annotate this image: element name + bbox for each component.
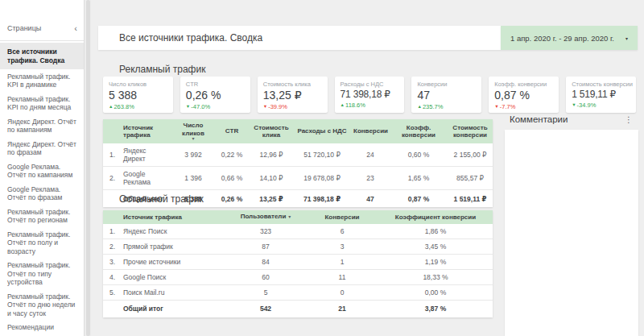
table-total-row: Общий итог 542 21 3,87 % [103, 300, 493, 317]
pages-sidebar: Страницы ‹ Все источники трафика. Сводка… [0, 0, 85, 336]
sidebar-item-ad-kpi-by-day[interactable]: Рекламный трафик. KPI по дням месяца [0, 92, 84, 114]
delta-value: 263.8% [114, 103, 134, 110]
col-header-conv-rate[interactable]: Коэфф. конверсии [390, 119, 448, 143]
scorecard-value: 0,26 % [186, 89, 245, 102]
cell-users: 84 [225, 254, 306, 269]
cell-spend: 19 678,08 ₽ [293, 167, 351, 190]
col-header-conversions[interactable]: Конверсии [351, 119, 390, 143]
other-traffic-table: Источник трафика Пользователи▾ Конверсии… [103, 210, 493, 317]
scorecard-label: Расходы с НДС [341, 81, 399, 88]
kebab-menu-icon[interactable]: ⋮ [622, 115, 635, 124]
cell-ctr: 0,66 % [214, 167, 250, 190]
scorecard-value: 13,25 ₽ [263, 89, 322, 102]
delta-value: -39.9% [268, 103, 287, 110]
sidebar-item-ad-device-type[interactable]: Рекламный трафик. Отчёт по типу устройст… [0, 259, 84, 290]
table-row: 4. Google Поиск 60 11 18,33 % [103, 269, 493, 284]
total-ctr: 0,26 % [214, 190, 250, 208]
total-cpa: 1 519,11 ₽ [448, 190, 493, 208]
scorecard-spend: Расходы с НДС 71 398,18 ₽ ▲118.6% [335, 77, 405, 113]
scorecard-label: Стоимость клика [263, 81, 322, 88]
trend-down-icon: ▼ [572, 102, 576, 107]
sidebar-item-ad-gender-age[interactable]: Рекламный трафик. Отчёт по полу и возрас… [0, 227, 84, 259]
col-header-label: Число кликов [182, 122, 204, 137]
col-header-clicks[interactable]: Число кликов▾ [172, 119, 214, 143]
cell-cpc: 14,10 ₽ [250, 167, 293, 190]
sort-desc-icon: ▾ [175, 137, 212, 141]
sidebar-item-ad-day-hour[interactable]: Рекламный трафик. Отчёт по дню недели и … [0, 289, 84, 321]
row-number: 1. [103, 224, 121, 239]
col-header-cpc[interactable]: Стоимость клика [250, 119, 293, 143]
cell-cpa: 2 155,00 ₽ [448, 143, 493, 167]
total-conv-rate: 3,87 % [378, 300, 493, 317]
delta-badge: ▲263.8% [109, 103, 167, 110]
col-header-conversions[interactable]: Конверсии [306, 210, 378, 224]
page-title: Все источники трафика. Сводка [119, 32, 262, 44]
col-header-ctr[interactable]: CTR [214, 119, 250, 143]
sidebar-item-google-campaigns[interactable]: Google Реклама. Отчёт по кампаниям [0, 160, 84, 182]
row-number: 3. [103, 254, 121, 269]
delta-badge: ▲118.6% [341, 102, 399, 109]
scorecard-label: Стоимость конверсии [572, 81, 630, 88]
total-conv-rate: 0,87 % [390, 190, 448, 208]
sidebar-item-recommendations[interactable]: Рекомендации [0, 321, 84, 335]
cell-users: 323 [225, 224, 306, 239]
sidebar-item-ad-kpi-dynamics[interactable]: Рекламный трафик. KPI в динамике [0, 69, 84, 92]
col-header-conv-rate[interactable]: Коэффициент конверсии [378, 210, 493, 224]
row-number-header [103, 119, 121, 143]
cell-source: Google Поиск [121, 269, 225, 284]
comments-header: Комментарии ⋮ [505, 114, 638, 124]
scrollbar-thumb[interactable] [86, 0, 90, 336]
table-row: 1. Яндекс Директ 3 992 0,22 % 12,96 ₽ 51… [103, 143, 493, 167]
total-cpc: 13,25 ₽ [250, 190, 293, 208]
scorecard-cpc: Стоимость клика 13,25 ₽ ▼-39.9% [258, 77, 328, 113]
col-header-source[interactable]: Источник трафика [121, 119, 172, 143]
row-number [103, 190, 121, 208]
sidebar-item-yandex-phrases[interactable]: Яндекс Директ. Отчёт по фразам [0, 137, 84, 160]
cell-source: Яндекс Поиск [121, 224, 225, 239]
total-spend: 71 398,18 ₽ [293, 190, 351, 208]
cell-spend: 51 720,10 ₽ [293, 143, 351, 167]
cell-conv-rate: 1,65 % [390, 167, 448, 190]
row-number-header [103, 210, 121, 224]
comments-panel [505, 130, 638, 336]
delta-badge: ▼-34.9% [572, 102, 630, 109]
table-row: 5. Поиск Mail.ru 5 0 0,00 % [103, 284, 493, 300]
col-header-label: Пользователи [241, 213, 287, 220]
collapse-sidebar-icon[interactable]: ‹ [74, 25, 77, 31]
cell-conv-rate: 3,45 % [378, 239, 493, 254]
date-range-picker[interactable]: 1 апр. 2020 г. - 29 апр. 2020 г. ▾ [501, 26, 638, 50]
row-number: 5. [103, 284, 121, 300]
total-users: 542 [225, 300, 306, 317]
table-row: 2. Прямой трафик 87 3 3,45 % [103, 239, 493, 254]
cell-conv-rate: 0,00 % [378, 284, 493, 300]
section-title-ad-traffic: Рекламный трафик [119, 64, 205, 75]
cell-clicks: 3 992 [172, 143, 214, 167]
cell-source: Прямой трафик [121, 239, 225, 254]
scorecard-label: Конверсии [417, 81, 476, 88]
scorecard-conversions: Конверсии 47 ▲235.7% [411, 77, 481, 113]
cell-conversions: 23 [351, 167, 390, 190]
delta-badge: ▼-39.9% [263, 103, 322, 110]
delta-badge: ▼-47.0% [186, 103, 245, 110]
row-number: 1. [103, 143, 121, 167]
scorecard-cpa: Стоимость конверсии 1 519,11 ₽ ▼-34.9% [566, 77, 636, 113]
sidebar-item-ad-regions[interactable]: Рекламный трафик. Отчёт по регионам [0, 205, 84, 227]
col-header-users[interactable]: Пользователи▾ [225, 210, 306, 224]
cell-users: 5 [225, 284, 306, 300]
report-canvas: Все источники трафика. Сводка 1 апр. 202… [91, 0, 644, 336]
sidebar-item-yandex-campaigns[interactable]: Яндекс Директ. Отчёт по кампаниям [0, 114, 84, 137]
scorecard-label: Коэфф. конверсии [494, 81, 553, 88]
cell-source: Поиск Mail.ru [121, 284, 225, 300]
total-conversions: 21 [306, 300, 378, 317]
col-header-cpa[interactable]: Стоимость конверсии [448, 119, 493, 143]
scorecard-label: CTR [186, 81, 245, 88]
row-number: 4. [103, 269, 121, 284]
vertical-scrollbar[interactable] [85, 0, 91, 336]
cell-conversions: 3 [306, 239, 378, 254]
col-header-source[interactable]: Источник трафика [121, 210, 225, 224]
col-header-spend[interactable]: Расходы с НДС [293, 119, 351, 143]
sidebar-item-google-phrases[interactable]: Google Реклама. Отчёт по фразам [0, 182, 84, 205]
comments-title: Комментарии [510, 114, 568, 124]
sidebar-item-all-sources-summary[interactable]: Все источники трафика. Сводка [0, 43, 84, 69]
trend-down-icon: ▼ [263, 104, 267, 109]
